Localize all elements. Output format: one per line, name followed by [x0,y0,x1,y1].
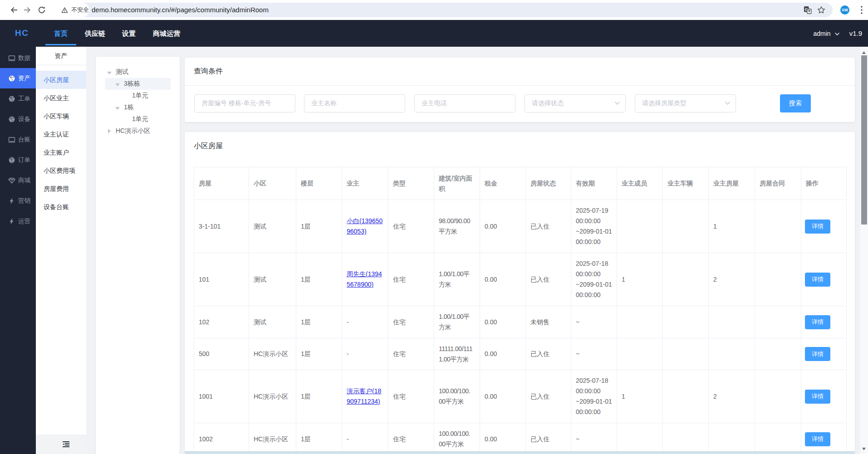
rail-item-label: 运营 [18,217,30,225]
tree-node-label: 测试 [116,68,128,76]
rail-item-3[interactable]: 工单 [0,88,36,109]
tree-node-5[interactable]: 1单元 [105,113,171,125]
cell-houses [709,423,755,452]
placeholder-text: 请选择房屋类型 [642,99,687,107]
cell-validity: 2025-07-19 00:00:00 ~2099-01-01 00:00:00 [571,200,617,253]
rail-item-8[interactable]: 营销 [0,190,36,211]
cell-floor: 1层 [296,253,342,306]
caret-expanded-icon[interactable] [113,82,124,86]
placeholder-text: 房屋编号 楼栋-单元-房号 [201,99,271,107]
profile-avatar[interactable]: XW [840,5,849,15]
rooms-panel-title: 小区房屋 [194,142,223,151]
submenu-item-4[interactable]: 业主认证 [36,125,86,143]
cell-floor: 1层 [296,370,342,423]
submenu-item-6[interactable]: 小区费用项 [36,161,86,180]
rail-item-1[interactable]: 数据 [0,48,36,68]
tree-node-4[interactable]: 1栋 [105,102,171,113]
cell-validity: 2025-07-18 00:00:00 ~2099-01-01 00:00:00 [571,253,617,306]
owner-link[interactable]: 周先生(1394 5678900) [347,270,382,288]
cell-validity: 2025-07-18 00:00:00 ~2099-01-01 00:00:00 [571,370,617,423]
top-tab-3[interactable]: 设置 [122,20,136,47]
filter-select-4[interactable]: 请选择状态 [525,94,626,112]
filter-input-2[interactable]: 业主名称 [304,94,405,112]
user-menu[interactable]: admin [814,30,831,37]
submenu-item-3[interactable]: 小区车辆 [36,107,86,125]
caret-collapsed-icon[interactable] [105,129,116,133]
rail-item-9[interactable]: 运营 [0,211,36,231]
caret-expanded-icon[interactable] [113,106,124,110]
refresh-icon[interactable] [37,5,46,15]
table-horizontal-scrollbar[interactable] [185,451,855,454]
cell-house: 1001 [194,370,249,423]
cell-community: 测试 [249,306,296,338]
tree-node-3[interactable]: 1单元 [105,90,171,102]
cell-action: 详情 [801,306,847,338]
search-button[interactable]: 搜索 [780,94,811,112]
col-header-8: 房屋状态 [526,167,571,200]
browser-menu-icon[interactable] [859,5,864,15]
rail-item-7[interactable]: 商城 [0,170,36,190]
submenu-item-5[interactable]: 业主账户 [36,143,86,161]
filter-select-5[interactable]: 请选择房屋类型 [635,94,736,112]
tree-node-label: 1单元 [132,92,148,100]
detail-button[interactable]: 详情 [805,432,830,446]
detail-button[interactable]: 详情 [805,390,830,404]
top-tab-2[interactable]: 供应链 [85,20,105,47]
detail-button[interactable]: 详情 [805,220,830,234]
cell-rent: 0.00 [480,200,526,253]
area-value: 100.00/100. 00平方米 [439,430,470,448]
bookmark-star-icon[interactable] [817,6,825,14]
top-tab-4[interactable]: 商城运营 [153,20,180,47]
scrollbar-down-arrow[interactable] [862,448,866,452]
cell-rent: 0.00 [480,338,526,370]
address-bar[interactable]: 不安全 demo.homecommunity.cn/#/pages/commun… [55,3,833,17]
col-header-9: 有效期 [571,167,617,200]
app-logo[interactable]: HC [15,20,29,47]
rail-item-2[interactable]: 资产 [0,68,36,88]
table-row: 1002HC演示小区1层-住宅100.00/100. 00平方米0.00已入住~… [194,423,847,452]
caret-expanded-icon[interactable] [105,70,116,74]
col-header-13: 房屋合同 [755,167,801,200]
detail-button[interactable]: 详情 [805,347,830,361]
cell-vehicles [663,253,709,306]
cell-houses [709,338,755,370]
cell-house: 500 [194,338,249,370]
cell-status: 已入住 [526,200,571,253]
submenu-item-2[interactable]: 小区业主 [36,89,86,107]
owner-link[interactable]: 演示客户(18 909711234) [347,387,381,405]
forward-icon[interactable] [23,5,32,15]
bolt-icon [8,218,15,225]
cell-members: 1 [617,370,663,423]
rail-item-label: 订单 [18,156,30,164]
cell-owner: 小白(139650 96053) [342,200,388,253]
scrollbar-up-arrow[interactable] [862,49,866,54]
tree-node-1[interactable]: 测试 [105,66,171,78]
scrollbar-thumb[interactable] [861,55,867,225]
submenu-item-8[interactable]: 设备台账 [36,198,86,216]
detail-button[interactable]: 详情 [805,273,830,287]
detail-button[interactable]: 详情 [805,315,830,329]
submenu-item-7[interactable]: 房屋费用 [36,180,86,198]
col-header-11: 业主车辆 [663,167,709,200]
rail-item-6[interactable]: 订单 [0,150,36,170]
cell-contract [755,253,801,306]
submenu-item-1[interactable]: 小区房屋 [36,71,86,89]
filter-input-1[interactable]: 房屋编号 楼栋-单元-房号 [194,94,295,112]
cell-action: 详情 [801,200,847,253]
translate-icon[interactable]: G [804,6,812,14]
chevron-down-icon [725,101,731,105]
collapse-sidebar-icon[interactable] [63,441,69,447]
area-value: 11111.00/111 1.00平方米 [439,345,472,363]
cell-vehicles [663,200,709,253]
page-scrollbar[interactable] [860,47,868,454]
owner-link[interactable]: 小白(139650 96053) [347,217,383,235]
back-icon[interactable] [10,5,19,15]
rail-item-5[interactable]: 台账 [0,129,36,150]
security-chip[interactable]: 不安全 [55,3,89,17]
tree-node-6[interactable]: HC演示小区 [105,125,171,137]
filter-input-3[interactable]: 业主电话 [414,94,515,112]
tree-node-2[interactable]: 3栋栋 [105,78,171,90]
globe-icon [8,116,15,123]
rail-item-4[interactable]: 设备 [0,109,36,129]
top-tab-1[interactable]: 首页 [54,20,68,47]
